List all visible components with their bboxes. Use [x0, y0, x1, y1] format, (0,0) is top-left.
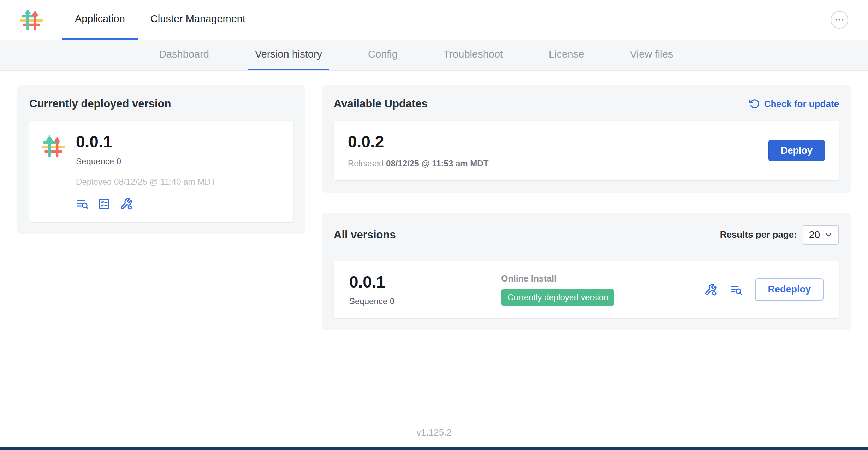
version-row-details: 0.0.1 Sequence 0 [349, 273, 501, 307]
deployed-version-number: 0.0.1 [76, 133, 216, 151]
tab-application[interactable]: Application [62, 0, 138, 40]
check-for-update-link[interactable]: Check for update [749, 99, 839, 109]
version-row: 0.0.1 Sequence 0 Online Install Currentl… [334, 261, 839, 319]
app-subnav: Dashboard Version history Config Trouble… [0, 40, 868, 71]
deployed-timestamp: Deployed 08/12/25 @ 11:40 am MDT [76, 177, 216, 187]
right-column: Available Updates Check for update 0.0.2… [322, 85, 851, 330]
row-version-number: 0.0.1 [349, 273, 501, 291]
tab-license[interactable]: License [542, 40, 591, 70]
tab-version-history[interactable]: Version history [248, 40, 329, 70]
currently-deployed-card: Currently deployed version 0.0.1 [17, 85, 305, 234]
available-updates-title: Available Updates [334, 97, 428, 110]
deployed-version-panel: 0.0.1 Sequence 0 Deployed 08/12/25 @ 11:… [29, 121, 293, 222]
deploy-button[interactable]: Deploy [768, 140, 825, 161]
preflight-checks-icon[interactable] [98, 197, 111, 210]
chevron-down-icon [824, 231, 833, 239]
update-details: 0.0.2 Released 08/12/25 @ 11:53 am MDT [348, 133, 488, 168]
all-versions-header: All versions Results per page: 20 [334, 225, 839, 245]
config-wrench-icon[interactable] [704, 283, 717, 296]
tab-troubleshoot-label: Troubleshoot [444, 48, 503, 60]
tab-application-label: Application [75, 13, 125, 25]
footer-bar [0, 447, 868, 450]
update-row: 0.0.2 Released 08/12/25 @ 11:53 am MDT D… [334, 121, 839, 180]
config-wrench-icon[interactable] [120, 197, 132, 210]
tab-version-history-label: Version history [255, 48, 322, 60]
install-type-label: Online Install [501, 273, 704, 284]
tab-view-files[interactable]: View files [623, 40, 680, 70]
deployed-actions [76, 197, 216, 210]
check-for-update-label: Check for update [764, 99, 839, 109]
deployed-status-badge: Currently deployed version [501, 289, 614, 306]
tab-view-files-label: View files [630, 48, 673, 60]
deployed-sequence: Sequence 0 [76, 156, 216, 166]
version-row-status: Online Install Currently deployed versio… [501, 273, 704, 306]
refresh-icon [749, 99, 760, 109]
available-updates-header: Available Updates Check for update [334, 97, 839, 110]
logs-icon[interactable] [76, 197, 89, 210]
deployed-version-details: 0.0.1 Sequence 0 Deployed 08/12/25 @ 11:… [76, 133, 216, 210]
tab-cluster-management-label: Cluster Management [150, 13, 245, 25]
tab-dashboard-label: Dashboard [159, 48, 209, 60]
version-row-actions: Redeploy [704, 278, 824, 301]
results-per-page-label: Results per page: [720, 229, 797, 240]
header-spacer [258, 0, 831, 40]
tab-config[interactable]: Config [361, 40, 405, 70]
tab-cluster-management[interactable]: Cluster Management [138, 0, 258, 40]
results-per-page-group: Results per page: 20 [720, 225, 839, 245]
logs-icon[interactable] [730, 283, 742, 296]
deployed-card-title: Currently deployed version [29, 97, 293, 110]
app-logo-icon [20, 8, 43, 31]
results-per-page-select[interactable]: 20 [803, 225, 839, 245]
page: Application Cluster Management Dashboard… [0, 0, 868, 450]
tab-license-label: License [549, 48, 584, 60]
released-date: 08/12/25 @ 11:53 am MDT [386, 159, 488, 168]
console-version: v1.125.2 [0, 415, 868, 447]
update-version-number: 0.0.2 [348, 133, 488, 151]
row-sequence: Sequence 0 [349, 296, 501, 306]
app-logo-icon [41, 134, 65, 158]
all-versions-title: All versions [334, 229, 396, 241]
all-versions-card: All versions Results per page: 20 0.0. [322, 213, 851, 331]
more-options-button[interactable] [831, 11, 848, 29]
results-per-page-value: 20 [809, 229, 820, 241]
top-header: Application Cluster Management [0, 0, 868, 40]
main-content: Currently deployed version 0.0.1 [0, 71, 868, 415]
tab-config-label: Config [368, 48, 398, 60]
released-prefix: Released [348, 159, 386, 168]
tab-dashboard[interactable]: Dashboard [152, 40, 216, 70]
ellipsis-icon [834, 14, 845, 25]
available-updates-card: Available Updates Check for update 0.0.2… [322, 85, 851, 193]
tab-troubleshoot[interactable]: Troubleshoot [436, 40, 510, 70]
update-released-line: Released 08/12/25 @ 11:53 am MDT [348, 159, 488, 168]
redeploy-button[interactable]: Redeploy [755, 278, 824, 301]
